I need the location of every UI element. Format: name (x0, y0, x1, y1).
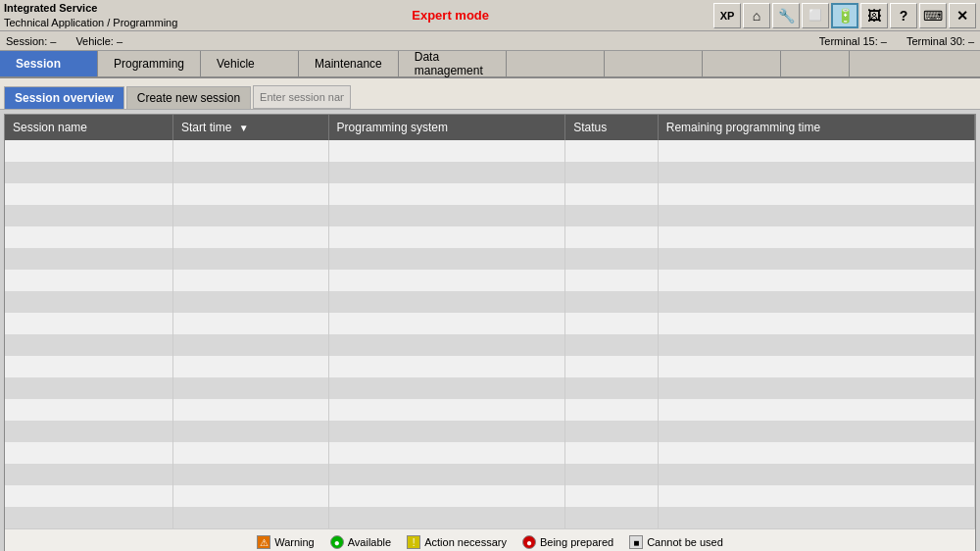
legend-warning: ⚠ Warning (257, 535, 315, 549)
session-table: Session name Start time ▼ Programming sy… (5, 115, 975, 528)
table-row (5, 485, 975, 507)
tab-vehicle[interactable]: Vehicle (201, 51, 299, 76)
tab-empty4 (781, 51, 850, 76)
table-row (5, 421, 975, 442)
nav-tabs: Session Programming Vehicle Maintenance … (0, 51, 980, 78)
table-row (5, 205, 975, 226)
table-row (5, 334, 975, 356)
table-row (5, 140, 975, 162)
subtab-session-overview[interactable]: Session overview (4, 86, 124, 109)
xp-button[interactable]: XP (713, 3, 741, 28)
cannot-label: Cannot be used (647, 536, 723, 548)
table-row (5, 248, 975, 270)
available-icon: ● (330, 535, 344, 549)
title-left: Integrated Service Technical Application… (4, 1, 177, 29)
tools-button[interactable]: 🔧 (772, 3, 800, 28)
sub-tabs: Session overview Create new session (0, 78, 980, 110)
monitor-button[interactable]: ⬜ (802, 3, 829, 28)
action-icon: ! (407, 535, 420, 549)
legend-being-prepared: ● Being prepared (522, 535, 613, 549)
battery-button[interactable]: 🔋 (831, 3, 858, 28)
table-row (5, 442, 975, 464)
terminal30-status: Terminal 30: – (906, 35, 974, 47)
tab-empty1 (507, 51, 605, 76)
sort-arrow-start-time: ▼ (239, 123, 249, 133)
toolbar-icons: XP ⌂ 🔧 ⬜ 🔋 🖼 ? ⌨ ✕ (713, 3, 976, 28)
prepared-label: Being prepared (540, 536, 613, 548)
sub-name: Technical Application / Programming (4, 16, 177, 29)
close-button[interactable]: ✕ (949, 3, 976, 28)
table-row (5, 377, 975, 399)
vehicle-status: Vehicle: – (75, 35, 122, 47)
cannot-icon: ■ (629, 535, 643, 549)
terminal15-status: Terminal 15: – (819, 35, 887, 47)
subtab-create-new-session[interactable]: Create new session (126, 86, 251, 109)
col-programming-system[interactable]: Programming system (328, 115, 565, 140)
keyboard-button[interactable]: ⌨ (919, 3, 947, 28)
action-label: Action necessary (424, 536, 507, 548)
col-session-name[interactable]: Session name (5, 115, 173, 140)
table-row (5, 313, 975, 334)
legend-action-necessary: ! Action necessary (407, 535, 507, 549)
legend-available: ● Available (330, 535, 391, 549)
available-label: Available (348, 536, 391, 548)
legend: ⚠ Warning ● Available ! Action necessary… (5, 528, 975, 551)
table-row (5, 291, 975, 313)
tab-programming[interactable]: Programming (98, 51, 201, 76)
tab-empty5 (850, 51, 980, 76)
table-row (5, 162, 975, 183)
table-row (5, 270, 975, 291)
table-row (5, 464, 975, 485)
tab-data-management[interactable]: Datamanagement (399, 51, 507, 76)
legend-cannot-be-used: ■ Cannot be used (629, 535, 723, 549)
table-row (5, 356, 975, 377)
col-status[interactable]: Status (565, 115, 659, 140)
col-start-time[interactable]: Start time ▼ (173, 115, 329, 140)
session-status: Session: – (6, 35, 56, 47)
help-button[interactable]: ? (890, 3, 917, 28)
app-name: Integrated Service (4, 1, 177, 15)
expert-mode-label: Expert mode (412, 8, 489, 23)
tab-empty2 (605, 51, 703, 76)
warning-icon: ⚠ (257, 535, 270, 549)
table-row (5, 507, 975, 528)
table-row (5, 399, 975, 421)
tab-maintenance[interactable]: Maintenance (299, 51, 399, 76)
tab-empty3 (703, 51, 781, 76)
table-row (5, 226, 975, 248)
home-button[interactable]: ⌂ (743, 3, 770, 28)
content-area: Session name Start time ▼ Programming sy… (0, 110, 980, 551)
tab-session[interactable]: Session (0, 51, 98, 76)
session-name-input[interactable] (253, 85, 351, 109)
table-row (5, 183, 975, 205)
prepared-icon: ● (522, 535, 536, 549)
title-bar: Integrated Service Technical Application… (0, 0, 980, 31)
image-button[interactable]: 🖼 (860, 3, 888, 28)
status-bar: Session: – Vehicle: – Terminal 15: – Ter… (0, 31, 980, 51)
table-wrapper: Session name Start time ▼ Programming sy… (5, 115, 975, 528)
main-content: Session name Start time ▼ Programming sy… (4, 114, 976, 551)
app-wrapper: Integrated Service Technical Application… (0, 0, 980, 551)
table-body (5, 140, 975, 528)
col-remaining-time[interactable]: Remaining programming time (658, 115, 974, 140)
warning-label: Warning (274, 536, 315, 548)
